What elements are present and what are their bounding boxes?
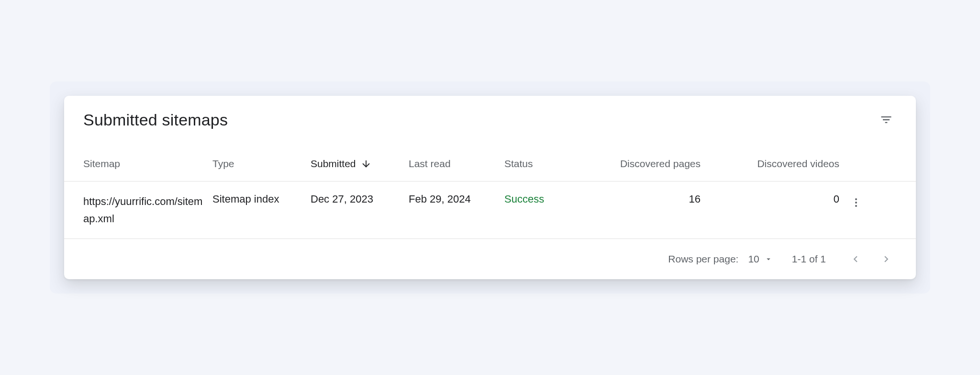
cell-type: Sitemap index — [212, 193, 311, 205]
dropdown-icon — [764, 255, 773, 263]
rows-per-page-value: 10 — [748, 253, 759, 265]
cell-submitted: Dec 27, 2023 — [311, 193, 409, 205]
chevron-left-icon — [849, 253, 862, 265]
svg-point-2 — [855, 202, 857, 204]
cell-status: Success — [504, 193, 607, 205]
svg-point-1 — [855, 198, 857, 200]
filter-icon — [880, 113, 893, 126]
column-header-submitted[interactable]: Submitted — [311, 158, 409, 170]
submitted-sitemaps-card: Submitted sitemaps Sitemap Type Submitte… — [64, 96, 916, 279]
rows-per-page-select[interactable]: 10 — [748, 253, 772, 265]
table-footer: Rows per page: 10 1-1 of 1 — [64, 239, 916, 279]
column-header-type[interactable]: Type — [212, 158, 311, 170]
table-header-row: Sitemap Type Submitted Last read Status … — [64, 134, 916, 182]
chevron-right-icon — [880, 253, 892, 265]
svg-point-3 — [855, 205, 857, 207]
previous-page-button[interactable] — [845, 249, 866, 270]
rows-per-page-label: Rows per page: — [668, 253, 738, 265]
next-page-button[interactable] — [876, 249, 897, 270]
table-row[interactable]: https://yuurrific.com/sitemap.xml Sitema… — [64, 182, 916, 239]
column-header-status[interactable]: Status — [504, 158, 607, 170]
cell-last-read: Feb 29, 2024 — [409, 193, 504, 205]
column-header-sitemap[interactable]: Sitemap — [83, 158, 212, 170]
cell-discovered-videos: 0 — [701, 193, 839, 205]
column-header-discovered-pages[interactable]: Discovered pages — [607, 158, 701, 170]
cell-sitemap: https://yuurrific.com/sitemap.xml — [83, 193, 212, 227]
filter-button[interactable] — [876, 109, 897, 130]
pagination-range: 1-1 of 1 — [792, 253, 826, 265]
sort-descending-icon — [361, 159, 371, 169]
column-header-discovered-videos[interactable]: Discovered videos — [701, 158, 839, 170]
card-title: Submitted sitemaps — [83, 111, 228, 129]
column-header-last-read[interactable]: Last read — [409, 158, 504, 170]
more-vert-icon — [850, 197, 862, 208]
cell-discovered-pages: 16 — [607, 193, 701, 205]
row-actions-button[interactable] — [846, 193, 866, 212]
